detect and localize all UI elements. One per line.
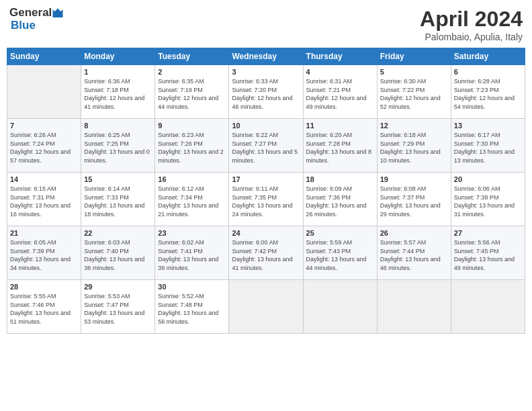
day-info: Sunrise: 6:22 AMSunset: 7:27 PMDaylight:…	[232, 131, 300, 165]
day-info: Sunrise: 6:11 AMSunset: 7:35 PMDaylight:…	[232, 185, 300, 218]
calendar-cell: 25Sunrise: 5:59 AMSunset: 7:43 PMDayligh…	[303, 226, 377, 280]
day-number: 19	[380, 175, 448, 183]
day-info: Sunrise: 6:17 AMSunset: 7:30 PMDaylight:…	[454, 131, 522, 165]
day-info: Sunrise: 6:26 AMSunset: 7:24 PMDaylight:…	[10, 131, 78, 165]
calendar-table: SundayMondayTuesdayWednesdayThursdayFrid…	[7, 48, 525, 334]
day-header-sunday: Sunday	[7, 48, 81, 65]
day-number: 23	[158, 229, 226, 237]
day-info: Sunrise: 6:03 AMSunset: 7:40 PMDaylight:…	[84, 238, 152, 272]
day-info: Sunrise: 5:52 AMSunset: 7:48 PMDaylight:…	[158, 292, 226, 326]
day-header-thursday: Thursday	[303, 48, 377, 65]
day-info: Sunrise: 6:30 AMSunset: 7:22 PMDaylight:…	[380, 77, 448, 111]
calendar-cell: 8Sunrise: 6:25 AMSunset: 7:25 PMDaylight…	[81, 119, 155, 173]
day-number: 29	[84, 283, 152, 291]
calendar-cell: 5Sunrise: 6:30 AMSunset: 7:22 PMDaylight…	[377, 65, 451, 119]
day-info: Sunrise: 6:18 AMSunset: 7:29 PMDaylight:…	[380, 131, 448, 165]
day-info: Sunrise: 6:06 AMSunset: 7:38 PMDaylight:…	[454, 185, 522, 218]
day-number: 28	[10, 283, 78, 291]
calendar-cell	[7, 65, 81, 119]
day-number: 5	[380, 68, 448, 76]
day-header-monday: Monday	[81, 48, 155, 65]
day-number: 24	[232, 229, 300, 237]
calendar-cell: 28Sunrise: 5:55 AMSunset: 7:46 PMDayligh…	[7, 280, 81, 334]
page: General Blue April 2024 Palombaio, Apuli…	[0, 0, 532, 411]
calendar-cell: 12Sunrise: 6:18 AMSunset: 7:29 PMDayligh…	[377, 119, 451, 173]
day-number: 20	[454, 175, 522, 183]
day-info: Sunrise: 6:20 AMSunset: 7:28 PMDaylight:…	[306, 131, 374, 165]
calendar-header-row: SundayMondayTuesdayWednesdayThursdayFrid…	[7, 48, 525, 65]
day-number: 8	[84, 122, 152, 130]
calendar-week-0: 1Sunrise: 6:36 AMSunset: 7:18 PMDaylight…	[7, 65, 525, 119]
calendar-cell: 7Sunrise: 6:26 AMSunset: 7:24 PMDaylight…	[7, 119, 81, 173]
day-number: 13	[454, 122, 522, 130]
day-info: Sunrise: 6:23 AMSunset: 7:26 PMDaylight:…	[158, 131, 226, 165]
day-info: Sunrise: 6:12 AMSunset: 7:34 PMDaylight:…	[158, 185, 226, 218]
calendar-week-1: 7Sunrise: 6:26 AMSunset: 7:24 PMDaylight…	[7, 119, 525, 173]
title-block: April 2024 Palombaio, Apulia, Italy	[420, 7, 523, 42]
day-number: 15	[84, 175, 152, 183]
day-number: 17	[232, 175, 300, 183]
day-info: Sunrise: 6:25 AMSunset: 7:25 PMDaylight:…	[84, 131, 152, 165]
day-number: 14	[10, 175, 78, 183]
day-number: 16	[158, 175, 226, 183]
day-number: 22	[84, 229, 152, 237]
calendar-cell	[377, 280, 451, 334]
calendar-cell: 18Sunrise: 6:09 AMSunset: 7:36 PMDayligh…	[303, 173, 377, 226]
calendar-cell: 13Sunrise: 6:17 AMSunset: 7:30 PMDayligh…	[451, 119, 525, 173]
day-header-tuesday: Tuesday	[155, 48, 229, 65]
day-info: Sunrise: 6:28 AMSunset: 7:23 PMDaylight:…	[454, 77, 522, 111]
day-number: 7	[10, 122, 78, 130]
calendar-cell: 29Sunrise: 5:53 AMSunset: 7:47 PMDayligh…	[81, 280, 155, 334]
day-number: 12	[380, 122, 448, 130]
day-info: Sunrise: 6:08 AMSunset: 7:37 PMDaylight:…	[380, 185, 448, 218]
day-number: 10	[232, 122, 300, 130]
calendar-week-2: 14Sunrise: 6:15 AMSunset: 7:31 PMDayligh…	[7, 173, 525, 226]
day-number: 1	[84, 68, 152, 76]
calendar-cell: 20Sunrise: 6:06 AMSunset: 7:38 PMDayligh…	[451, 173, 525, 226]
day-number: 11	[306, 122, 374, 130]
calendar-cell	[303, 280, 377, 334]
day-info: Sunrise: 6:36 AMSunset: 7:18 PMDaylight:…	[84, 77, 152, 111]
calendar-cell: 11Sunrise: 6:20 AMSunset: 7:28 PMDayligh…	[303, 119, 377, 173]
day-info: Sunrise: 6:00 AMSunset: 7:42 PMDaylight:…	[232, 238, 300, 272]
day-number: 2	[158, 68, 226, 76]
calendar-cell: 1Sunrise: 6:36 AMSunset: 7:18 PMDaylight…	[81, 65, 155, 119]
calendar-cell: 23Sunrise: 6:02 AMSunset: 7:41 PMDayligh…	[155, 226, 229, 280]
calendar-cell	[451, 280, 525, 334]
calendar-cell: 22Sunrise: 6:03 AMSunset: 7:40 PMDayligh…	[81, 226, 155, 280]
day-number: 25	[306, 229, 374, 237]
logo: General Blue	[9, 7, 64, 32]
calendar-cell: 2Sunrise: 6:35 AMSunset: 7:19 PMDaylight…	[155, 65, 229, 119]
day-number: 3	[232, 68, 300, 76]
calendar-cell: 19Sunrise: 6:08 AMSunset: 7:37 PMDayligh…	[377, 173, 451, 226]
header: General Blue April 2024 Palombaio, Apuli…	[7, 7, 525, 42]
day-info: Sunrise: 5:57 AMSunset: 7:44 PMDaylight:…	[380, 238, 448, 272]
month-title: April 2024	[420, 7, 523, 32]
calendar-cell: 24Sunrise: 6:00 AMSunset: 7:42 PMDayligh…	[229, 226, 303, 280]
day-info: Sunrise: 5:59 AMSunset: 7:43 PMDaylight:…	[306, 238, 374, 272]
day-number: 27	[454, 229, 522, 237]
day-header-wednesday: Wednesday	[229, 48, 303, 65]
calendar-cell: 16Sunrise: 6:12 AMSunset: 7:34 PMDayligh…	[155, 173, 229, 226]
calendar-cell: 30Sunrise: 5:52 AMSunset: 7:48 PMDayligh…	[155, 280, 229, 334]
calendar-cell: 3Sunrise: 6:33 AMSunset: 7:20 PMDaylight…	[229, 65, 303, 119]
day-info: Sunrise: 6:15 AMSunset: 7:31 PMDaylight:…	[10, 185, 78, 218]
day-info: Sunrise: 6:05 AMSunset: 7:39 PMDaylight:…	[10, 238, 78, 272]
day-info: Sunrise: 6:14 AMSunset: 7:33 PMDaylight:…	[84, 185, 152, 218]
calendar-cell: 27Sunrise: 5:56 AMSunset: 7:45 PMDayligh…	[451, 226, 525, 280]
day-number: 6	[454, 68, 522, 76]
day-info: Sunrise: 6:09 AMSunset: 7:36 PMDaylight:…	[306, 185, 374, 218]
calendar-week-3: 21Sunrise: 6:05 AMSunset: 7:39 PMDayligh…	[7, 226, 525, 280]
logo-text: General Blue	[9, 7, 64, 32]
day-info: Sunrise: 5:56 AMSunset: 7:45 PMDaylight:…	[454, 238, 522, 272]
calendar-cell: 17Sunrise: 6:11 AMSunset: 7:35 PMDayligh…	[229, 173, 303, 226]
day-number: 26	[380, 229, 448, 237]
day-header-friday: Friday	[377, 48, 451, 65]
day-number: 21	[10, 229, 78, 237]
calendar-cell	[229, 280, 303, 334]
day-header-saturday: Saturday	[451, 48, 525, 65]
day-number: 4	[306, 68, 374, 76]
day-number: 30	[158, 283, 226, 291]
calendar-week-4: 28Sunrise: 5:55 AMSunset: 7:46 PMDayligh…	[7, 280, 525, 334]
day-info: Sunrise: 6:33 AMSunset: 7:20 PMDaylight:…	[232, 77, 300, 111]
